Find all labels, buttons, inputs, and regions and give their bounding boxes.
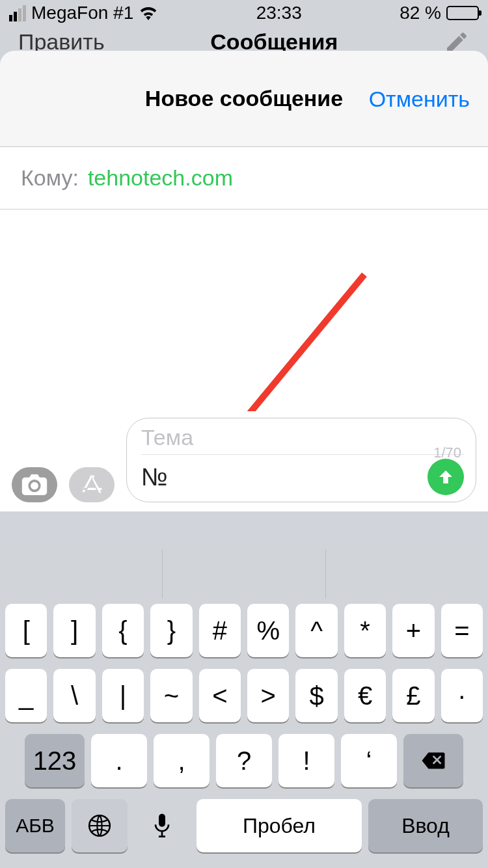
backspace-key[interactable]: [403, 734, 463, 787]
message-body-area[interactable]: Тема 1/70 №: [0, 210, 488, 511]
to-label: Кому:: [21, 165, 79, 191]
return-key[interactable]: Ввод: [368, 799, 483, 852]
key[interactable]: $: [295, 669, 337, 722]
key[interactable]: =: [441, 604, 483, 657]
key[interactable]: ^: [295, 604, 337, 657]
recipient-row[interactable]: Кому: tehnotech.com: [0, 147, 488, 210]
key[interactable]: £: [392, 669, 434, 722]
cancel-button[interactable]: Отменить: [369, 86, 470, 111]
message-input[interactable]: Тема 1/70 №: [126, 418, 476, 502]
key[interactable]: ‘: [341, 734, 397, 787]
wifi-icon: [139, 6, 158, 20]
dictation-key[interactable]: [134, 799, 190, 852]
clock: 23:33: [256, 3, 302, 23]
cellular-signal-icon: [9, 5, 26, 21]
send-button[interactable]: [427, 459, 464, 495]
key[interactable]: ?: [216, 734, 272, 787]
key[interactable]: ,: [154, 734, 210, 787]
recipient-chip[interactable]: tehnotech.com: [88, 165, 233, 191]
modal-nav-bar: Новое сообщение Отменить: [0, 51, 488, 147]
space-key[interactable]: Пробел: [197, 799, 362, 852]
carrier-label: MegaFon #1: [31, 3, 133, 23]
keyboard: []{}#%^*+= _\|~<>$€£· 123 . , ? ! ‘ АБВ: [0, 543, 488, 868]
key[interactable]: ]: [53, 604, 95, 657]
subject-field[interactable]: Тема: [141, 425, 464, 455]
char-counter: 1/70: [433, 444, 461, 461]
key[interactable]: {: [102, 604, 144, 657]
key[interactable]: +: [392, 604, 434, 657]
key[interactable]: %: [247, 604, 289, 657]
suggestion-slot[interactable]: [0, 549, 163, 599]
key[interactable]: \: [53, 669, 95, 722]
key[interactable]: [: [5, 604, 47, 657]
key-123[interactable]: 123: [25, 734, 85, 787]
key[interactable]: *: [344, 604, 386, 657]
key-abc[interactable]: АБВ: [5, 799, 65, 852]
suggestion-slot[interactable]: [163, 549, 325, 599]
message-text[interactable]: №: [141, 463, 168, 491]
key[interactable]: ~: [150, 669, 192, 722]
key[interactable]: ·: [441, 669, 483, 722]
suggestion-slot[interactable]: [326, 549, 488, 599]
suggestion-bar[interactable]: [0, 549, 488, 599]
key[interactable]: .: [91, 734, 147, 787]
svg-rect-2: [159, 814, 165, 827]
status-bar: MegaFon #1 23:33 82 %: [0, 0, 488, 26]
key[interactable]: _: [5, 669, 47, 722]
key[interactable]: #: [199, 604, 241, 657]
key[interactable]: >: [247, 669, 289, 722]
key[interactable]: }: [150, 604, 192, 657]
globe-key[interactable]: [72, 799, 128, 852]
battery-percentage: 82 %: [400, 3, 441, 23]
key[interactable]: |: [102, 669, 144, 722]
battery-icon: [446, 6, 479, 20]
key[interactable]: !: [278, 734, 334, 787]
app-store-icon[interactable]: [69, 467, 115, 502]
key[interactable]: €: [344, 669, 386, 722]
modal-title: Новое сообщение: [145, 86, 343, 111]
key[interactable]: <: [199, 669, 241, 722]
camera-icon[interactable]: [12, 467, 57, 502]
new-message-modal: Новое сообщение Отменить Кому: tehnotech…: [0, 51, 488, 868]
composer-input-bar: Тема 1/70 №: [0, 411, 488, 511]
